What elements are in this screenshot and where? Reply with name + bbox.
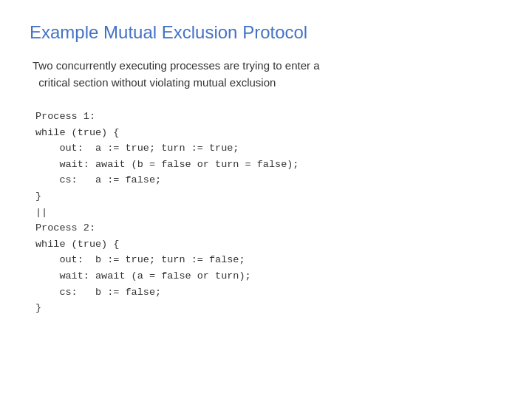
code-line-5: cs: a := false;: [35, 172, 502, 188]
code-line-3: out: a := true; turn := true;: [35, 140, 502, 157]
code-line-7: ||: [35, 205, 502, 221]
code-line-11: wait: await (a = false or turn);: [35, 268, 502, 284]
code-line-9: while (true) {: [35, 236, 502, 253]
code-line-8: Process 2:: [35, 220, 502, 236]
page-title: Example Mutual Exclusion Protocol: [30, 22, 502, 43]
code-block: Process 1: while (true) { out: a := true…: [35, 109, 502, 316]
code-line-1: Process 1:: [35, 109, 502, 125]
description-line2: critical section without violating mutua…: [33, 76, 276, 89]
code-line-10: out: b := true; turn := false;: [35, 252, 502, 268]
description-line1: Two concurrently executing processes are…: [33, 59, 320, 72]
code-line-4: wait: await (b = false or turn = false);: [35, 157, 502, 173]
code-line-6: }: [35, 188, 502, 205]
code-line-12: cs: b := false;: [35, 284, 502, 301]
code-line-2: while (true) {: [35, 125, 502, 141]
page-container: Example Mutual Exclusion Protocol Two co…: [0, 0, 532, 399]
description-text: Two concurrently executing processes are…: [33, 58, 502, 91]
code-line-13: }: [35, 300, 502, 316]
